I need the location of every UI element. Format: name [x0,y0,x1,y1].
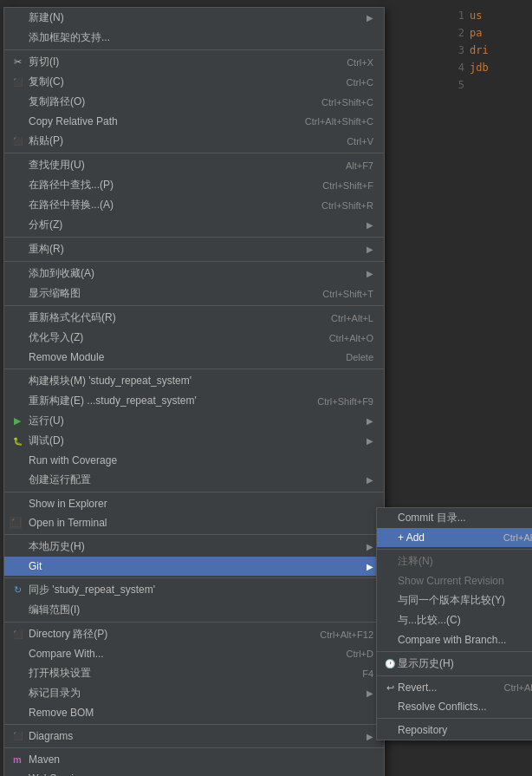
shortcut-cut: Ctrl+X [347,57,373,68]
git-submenu-label-compare-with2: 与...比较...(C) [398,613,461,628]
menu-item-open-module-settings[interactable]: 打开模块设置 F4 [4,663,384,683]
menu-label-sync: 同步 'study_repeat_system' [29,583,155,597]
menu-item-directory-path[interactable]: ⬛ Directory 路径(P) Ctrl+Alt+F12 [4,624,384,644]
git-submenu-item-add[interactable]: + Add Ctrl+Alt+A [377,528,532,547]
shortcut-optimize-imports: Ctrl+Alt+O [329,333,373,343]
arrow-icon-run: ▶ [367,416,373,426]
separator-1 [4,49,384,50]
menu-item-git[interactable]: Git ▶ [4,557,384,576]
menu-item-find-usages[interactable]: 查找使用(U) Alt+F7 [4,155,384,175]
arrow-icon-run-config: ▶ [367,475,373,485]
menu-item-sync[interactable]: ↻ 同步 'study_repeat_system' [4,580,384,600]
menu-item-add-to-favorites[interactable]: 添加到收藏(A) ▶ [4,264,384,284]
arrow-icon-diagrams: ▶ [367,732,373,741]
menu-label-open-in-terminal: Open in Terminal [29,517,107,529]
git-submenu-item-resolve-conflicts[interactable]: Resolve Conflicts... [377,697,532,716]
menu-item-compare-with[interactable]: Compare With... Ctrl+D [4,644,384,663]
menu-item-show-thumbnail[interactable]: 显示缩略图 Ctrl+Shift+T [4,284,384,303]
menu-item-analyze[interactable]: 分析(Z) ▶ [4,215,384,235]
menu-item-remove-bom[interactable]: Remove BOM [4,703,384,722]
menu-item-local-history[interactable]: 本地历史(H) ▶ [4,537,384,557]
menu-item-paste[interactable]: ⬛ 粘贴(P) Ctrl+V [4,131,384,151]
menu-item-copy-path[interactable]: 复制路径(O) Ctrl+Shift+C [4,92,384,112]
menu-item-run[interactable]: ▶ 运行(U) ▶ [4,411,384,431]
shortcut-compare-with: Ctrl+D [347,649,373,659]
line-num-2: 2 [454,24,470,42]
git-submenu-item-commit[interactable]: Commit 目录... [377,508,532,528]
shortcut-replace-in-path: Ctrl+Shift+R [321,200,373,211]
git-submenu-label-annotate: 注释(N) [398,554,433,569]
menu-item-new[interactable]: 新建(N) ▶ [4,8,384,28]
debug-icon: 🐛 [10,434,25,449]
menu-item-debug[interactable]: 🐛 调试(D) ▶ [4,431,384,451]
menu-item-reformat[interactable]: 重新格式化代码(R) Ctrl+Alt+L [4,308,384,328]
menu-label-show-thumbnail: 显示缩略图 [29,286,81,301]
menu-label-analyze: 分析(Z) [29,218,62,232]
line-num-5: 5 [454,76,470,94]
menu-label-add-to-favorites: 添加到收藏(A) [29,266,94,281]
menu-label-rebuild: 重新构建(E) ...study_repeat_system' [29,394,197,408]
cut-icon: ✂ [10,55,25,70]
git-submenu-item-compare-with2[interactable]: 与...比较...(C) [377,610,532,630]
menu-item-add-framework[interactable]: 添加框架的支持... [4,28,384,48]
menu-item-create-run-config[interactable]: 创建运行配置 ▶ [4,470,384,490]
shortcut-copy-path: Ctrl+Shift+C [321,97,373,108]
shortcut-find-usages: Alt+F7 [346,160,373,171]
arrow-icon-mark-dir: ▶ [367,688,373,698]
menu-item-copy[interactable]: ⬛ 复制(C) Ctrl+C [4,72,384,92]
menu-item-diagrams[interactable]: ⬛ Diagrams ▶ [4,727,384,746]
menu-item-rebuild[interactable]: 重新构建(E) ...study_repeat_system' Ctrl+Shi… [4,391,384,411]
menu-item-find-in-path[interactable]: 在路径中查找...(P) Ctrl+Shift+F [4,175,384,195]
menu-label-reformat: 重新格式化代码(R) [29,310,116,325]
git-submenu-item-compare-with-same[interactable]: 与同一个版本库比较(Y) [377,590,532,610]
git-submenu-item-compare-with-branch[interactable]: Compare with Branch... [377,630,532,649]
menu-item-remove-module[interactable]: Remove Module Delete [4,348,384,367]
separator-6 [4,368,384,369]
separator-8 [4,534,384,535]
menu-item-edit-scope[interactable]: 编辑范围(I) [4,600,384,620]
menu-item-run-coverage[interactable]: Run with Coverage [4,451,384,470]
git-submenu-label-show-current-revision: Show Current Revision [398,575,504,587]
line-num-3: 3 [454,42,470,59]
shortcut-add: Ctrl+Alt+A [503,532,532,543]
arrow-icon-refactor: ▶ [367,245,373,254]
menu-item-replace-in-path[interactable]: 在路径中替换...(A) Ctrl+Shift+R [4,195,384,215]
arrow-icon-debug: ▶ [367,436,373,446]
code-line-1: us [470,7,482,24]
menu-item-optimize-imports[interactable]: 优化导入(Z) Ctrl+Alt+O [4,328,384,348]
git-submenu-item-repository[interactable]: Repository ▶ [377,721,532,740]
paste-icon: ⬛ [10,134,25,149]
menu-item-show-in-explorer[interactable]: Show in Explorer [4,494,384,513]
menu-item-cut[interactable]: ✂ 剪切(I) Ctrl+X [4,52,384,72]
menu-item-open-in-terminal[interactable]: ⬛ Open in Terminal [4,513,384,532]
menu-item-web-services[interactable]: WebServices [4,769,384,776]
code-line-2: pa [470,24,482,42]
git-submenu-item-annotate[interactable]: 注释(N) [377,551,532,571]
run-icon: ▶ [10,414,25,429]
git-submenu-item-show-current-revision[interactable]: Show Current Revision [377,571,532,590]
menu-item-refactor[interactable]: 重构(R) ▶ [4,239,384,259]
separator-3 [4,237,384,238]
separator-4 [4,261,384,262]
menu-label-directory-path: Directory 路径(P) [29,627,107,642]
git-submenu-label-compare-with-branch: Compare with Branch... [398,634,506,646]
menu-label-remove-module: Remove Module [29,351,104,363]
menu-label-git: Git [29,560,42,572]
arrow-icon-git: ▶ [367,562,373,571]
shortcut-revert: Ctrl+Alt+Z [503,682,532,693]
menu-label-open-module-settings: 打开模块设置 [29,666,91,681]
git-submenu-item-show-history[interactable]: 🕐 显示历史(H) [377,654,532,674]
menu-item-copy-relative-path[interactable]: Copy Relative Path Ctrl+Alt+Shift+C [4,112,384,131]
menu-item-maven[interactable]: m Maven [4,750,384,769]
menu-label-remove-bom: Remove BOM [29,707,94,719]
menu-item-build-module[interactable]: 构建模块(M) 'study_repeat_system' [4,371,384,391]
menu-label-maven: Maven [29,753,60,766]
menu-label-run-coverage: Run with Coverage [29,454,117,466]
shortcut-paste: Ctrl+V [347,136,373,147]
shortcut-open-module-settings: F4 [362,668,373,679]
git-submenu-item-revert[interactable]: ↩ Revert... Ctrl+Alt+Z [377,678,532,697]
shortcut-find-in-path: Ctrl+Shift+F [322,180,373,191]
menu-item-mark-dir-as[interactable]: 标记目录为 ▶ [4,683,384,703]
directory-icon: ⬛ [10,627,25,642]
menu-label-diagrams: Diagrams [29,730,73,742]
